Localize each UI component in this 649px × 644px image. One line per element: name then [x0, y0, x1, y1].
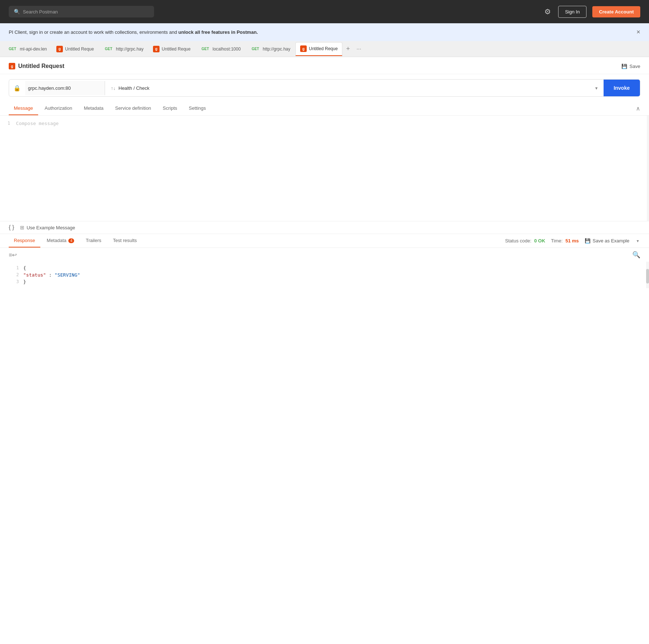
url-bar: 🔒 ↑↓ Health / Check ▾ Invoke [9, 79, 640, 97]
tab-response[interactable]: Response [9, 234, 40, 247]
tab-metadata-response[interactable]: Metadata 4 [42, 234, 79, 247]
collapse-button[interactable]: ∧ [636, 105, 640, 112]
tab-title: Untitled Reque [65, 47, 94, 52]
add-tab-button[interactable]: + [343, 44, 353, 54]
shield-icon: 🔒 [9, 85, 25, 92]
time-value: 51 ms [565, 238, 579, 243]
search-bar-placeholder: Search Postman [23, 9, 58, 15]
tab-title: http://grpc.hay [263, 47, 290, 52]
line-num-2: 2 [9, 272, 23, 277]
method-selector[interactable]: ↑↓ Health / Check ▾ [105, 85, 604, 91]
settings-button[interactable]: ⚙ [543, 6, 552, 17]
tab-untitled-2[interactable]: g Untitled Reque [149, 42, 195, 56]
info-banner: PI Client, sign in or create an account … [0, 23, 649, 41]
metadata-badge: 4 [68, 238, 74, 243]
chevron-down-icon: ▾ [595, 85, 598, 91]
save-example-dropdown-button[interactable]: ▾ [635, 238, 640, 243]
use-example-message-button[interactable]: ⊞ Use Example Message [20, 225, 75, 230]
response-body: 1 { 2 "status" : "SERVING" 3 } [0, 262, 649, 288]
tab-grpc-hay-1[interactable]: GET http://grpc.hay [99, 42, 148, 56]
line-num-3: 3 [9, 279, 23, 284]
method-label: Health / Check [118, 85, 149, 91]
line-number-1: 1 [3, 120, 10, 127]
invoke-button[interactable]: Invoke [604, 80, 640, 96]
json-kv-line: "status" : "SERVING" [23, 272, 80, 278]
response-code-area: 1 { 2 "status" : "SERVING" 3 } [0, 262, 649, 288]
request-tabs: Message Authorization Metadata Service d… [0, 102, 649, 116]
banner-text: PI Client, sign in or create an account … [9, 29, 258, 35]
tab-method-label: GET [250, 47, 261, 51]
tab-settings[interactable]: Settings [184, 102, 211, 115]
line-numbers: 1 [0, 116, 13, 131]
tab-title: ml-api-dev.len [20, 47, 47, 52]
create-account-button[interactable]: Create Account [592, 6, 640, 17]
tab-trailers[interactable]: Trailers [81, 234, 106, 247]
scrollbar-thumb [646, 269, 649, 283]
url-input[interactable] [25, 81, 105, 95]
top-bar-right: ⚙ Sign In Create Account [543, 6, 640, 18]
save-button[interactable]: 💾 Save [621, 64, 640, 69]
wrap-icon: ≡↩ [9, 252, 17, 258]
tab-title: http://grpc.hay [116, 47, 144, 52]
request-header: g Untitled Request 💾 Save [0, 57, 649, 74]
tab-test-results[interactable]: Test results [108, 234, 142, 247]
tab-untitled-1[interactable]: g Untitled Reque [52, 42, 98, 56]
braces-icon[interactable]: { } [9, 224, 14, 231]
word-wrap-button[interactable]: ≡↩ [9, 251, 17, 258]
code-line-2: 2 "status" : "SERVING" [9, 271, 649, 278]
tab-authorization[interactable]: Authorization [40, 102, 77, 115]
json-open-brace: { [23, 265, 26, 271]
sign-in-button[interactable]: Sign In [558, 6, 586, 18]
code-line-3: 3 } [9, 278, 649, 285]
tab-method-label: GET [103, 47, 114, 51]
search-icon: 🔍 [632, 251, 640, 258]
search-response-button[interactable]: 🔍 [632, 251, 640, 259]
tab-service-definition[interactable]: Service definition [110, 102, 156, 115]
top-bar-left: 🔍 Search Postman [9, 6, 537, 17]
response-tabs: Response Metadata 4 Trailers Test result… [0, 234, 649, 248]
more-tabs-button[interactable]: ··· [354, 44, 364, 54]
bottom-toolbar: { } ⊞ Use Example Message [0, 221, 649, 234]
tab-method-label: GET [7, 47, 18, 51]
tab-localhost[interactable]: GET localhost:1000 [195, 42, 245, 56]
save-as-example-button[interactable]: 💾 Save as Example [585, 238, 629, 243]
search-icon: 🔍 [14, 9, 20, 15]
compose-area[interactable]: Compose message [0, 116, 649, 221]
grpc-icon: g [56, 46, 63, 52]
request-grpc-icon: g [9, 63, 15, 69]
tab-scripts[interactable]: Scripts [158, 102, 182, 115]
search-bar[interactable]: 🔍 Search Postman [9, 6, 154, 17]
tab-grpc-hay-2[interactable]: GET http://grpc.hay [246, 42, 295, 56]
method-arrows-icon: ↑↓ [111, 85, 116, 91]
time-label: Time: 51 ms [551, 238, 579, 243]
tab-title: Untitled Reque [309, 46, 338, 51]
grpc-icon: g [153, 46, 160, 52]
tab-title: Untitled Reque [162, 47, 190, 52]
grpc-icon: g [300, 45, 307, 52]
response-meta: Status code: 0 OK Time: 51 ms 💾 Save as … [505, 238, 640, 243]
json-value: "SERVING" [55, 272, 80, 278]
response-scrollbar [646, 262, 649, 288]
example-icon: ⊞ [20, 225, 24, 230]
tab-ml-api[interactable]: GET ml-api-dev.len [3, 42, 51, 56]
banner-close-button[interactable]: × [636, 28, 640, 36]
request-title-area: g Untitled Request [9, 63, 64, 69]
tabs-row: GET ml-api-dev.len g Untitled Reque GET … [0, 41, 649, 57]
line-num-1: 1 [9, 265, 23, 270]
status-value: 0 OK [534, 238, 545, 243]
save-example-icon: 💾 [585, 238, 590, 243]
tab-metadata[interactable]: Metadata [79, 102, 109, 115]
response-section: Response Metadata 4 Trailers Test result… [0, 234, 649, 288]
response-toolbar: ≡↩ 🔍 [0, 248, 649, 262]
code-line-1: 1 { [9, 265, 649, 271]
tab-message[interactable]: Message [9, 102, 38, 115]
tab-untitled-3-active[interactable]: g Untitled Reque [295, 42, 342, 56]
json-close-brace: } [23, 279, 26, 285]
json-colon: : [49, 272, 55, 278]
message-editor: 1 Compose message [0, 116, 649, 221]
save-icon: 💾 [621, 64, 627, 69]
tab-method-label: GET [200, 47, 210, 51]
editor-scrollbar [647, 116, 649, 221]
compose-placeholder: Compose message [16, 121, 59, 126]
top-bar: 🔍 Search Postman ⚙ Sign In Create Accoun… [0, 0, 649, 23]
